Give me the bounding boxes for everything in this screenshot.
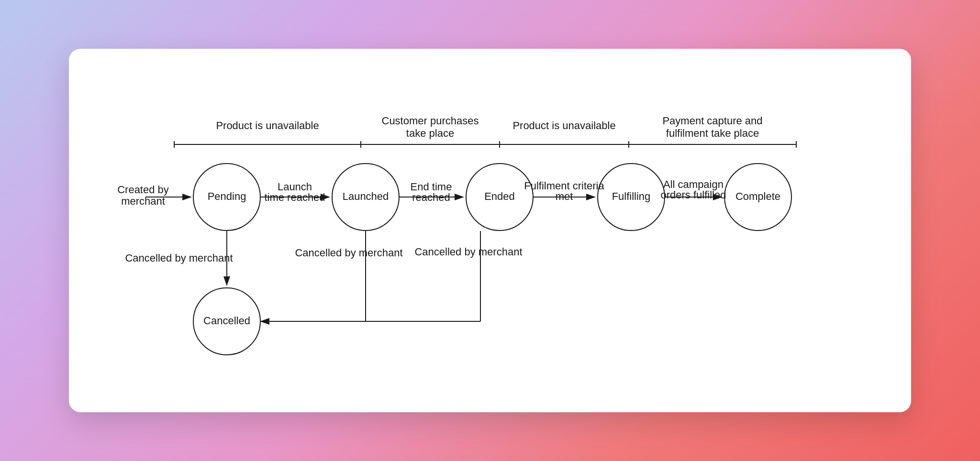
state-pending-label: Pending bbox=[208, 190, 246, 202]
label-cancelled-ended: Cancelled by merchant bbox=[414, 246, 522, 258]
diagram-card: Product is unavailable Customer purchase… bbox=[69, 49, 911, 412]
timeline-label-customer-purchases-2: take place bbox=[406, 127, 454, 139]
label-cancelled-launched: Cancelled by merchant bbox=[295, 247, 402, 259]
state-launched-label: Launched bbox=[343, 190, 389, 202]
timeline-label-product-unavailable-2: Product is unavailable bbox=[512, 120, 615, 132]
state-cancelled-label: Cancelled bbox=[203, 315, 250, 327]
timeline-label-payment-capture: Payment capture and bbox=[662, 115, 762, 127]
label-all-campaign-orders-2: orders fulfilled bbox=[661, 189, 726, 201]
state-fulfilling-label: Fulfilling bbox=[612, 190, 651, 202]
label-created-by-merchant: Created by bbox=[117, 184, 169, 196]
label-cancelled-pending: Cancelled by merchant bbox=[125, 252, 233, 264]
label-created-by-merchant-2: merchant bbox=[121, 195, 165, 207]
label-launch-time-reached-2: time reached bbox=[264, 191, 325, 203]
timeline-label-payment-capture-2: fulfilment take place bbox=[666, 127, 759, 139]
label-fulfilment-criteria-met-2: met bbox=[556, 190, 573, 202]
state-ended-label: Ended bbox=[484, 190, 515, 202]
label-end-time-reached-2: reached bbox=[412, 191, 450, 203]
timeline-label-customer-purchases: Customer purchases bbox=[382, 115, 479, 127]
timeline-label-product-unavailable-1: Product is unavailable bbox=[216, 120, 319, 132]
state-complete-label: Complete bbox=[735, 190, 780, 202]
